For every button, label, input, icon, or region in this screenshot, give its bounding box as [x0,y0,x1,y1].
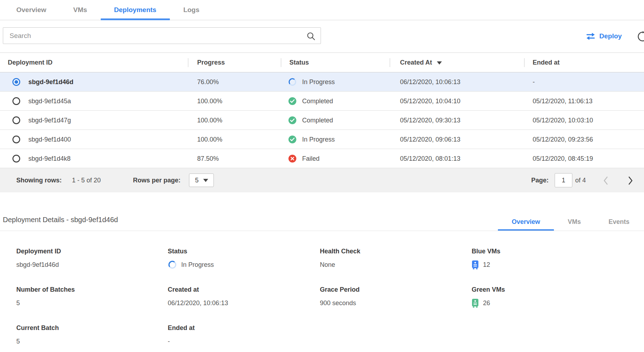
progress-value: 100.00% [197,136,222,143]
radio-unselected[interactable] [12,154,21,163]
column-divider [390,58,390,67]
progress-value: 76.00% [197,78,219,86]
top-tab-bar: Overview VMs Deployments Logs [0,0,644,20]
deploy-button[interactable]: Deploy [586,31,622,41]
column-divider [188,58,188,67]
field-value: None [320,260,360,269]
in-progress-spinner-icon [168,260,177,269]
field-current-batch: Current Batch 5 [16,324,59,346]
status-text: In Progress [302,78,335,86]
page-label: Page: [531,177,549,184]
field-ended-at: Ended at - [168,324,195,346]
vm-count: 12 [483,261,490,269]
created-at-value: 06/12/2020, 10:06:13 [400,78,460,86]
ended-at-value: 05/12/2020, 09:23:56 [533,136,593,143]
rows-per-page-value: 5 [195,177,199,184]
tab-deployments[interactable]: Deployments [101,0,170,20]
column-header-progress[interactable]: Progress [197,53,225,72]
search-input[interactable] [3,28,321,44]
column-header-deployment-id[interactable]: Deployment ID [8,53,52,72]
column-header-created-at[interactable]: Created At [400,53,442,72]
field-blue-vms: Blue VMs 12 [472,248,500,269]
deployment-id: sbgd-9ef1d46d [28,78,73,86]
sort-desc-icon[interactable] [437,61,442,65]
vm-icon-blue [472,260,479,269]
details-divider [0,231,644,231]
deployment-id: sbgd-9ef1d47g [28,116,71,124]
column-header-status[interactable]: Status [289,53,309,72]
table-row[interactable]: sbgd-9ef1d47g 100.00% Completed 05/12/20… [0,111,644,130]
details-tab-events[interactable]: Events [595,213,643,231]
field-label: Green VMs [472,286,505,293]
field-value: 5 [16,298,75,308]
search-icon[interactable] [306,32,316,41]
ended-at-value: 05/12/2020, 08:45:19 [533,155,593,162]
details-tab-vms[interactable]: VMs [554,213,595,231]
details-title: Deployment Details - sbgd-9ef1d46d [3,216,118,224]
status-text: In Progress [181,261,214,269]
field-label: Current Batch [16,324,59,332]
radio-unselected[interactable] [12,135,21,144]
in-progress-spinner-icon [288,77,297,86]
field-label: Blue VMs [472,248,500,255]
table-row[interactable]: sbgd-9ef1d45a 100.00% Completed 05/12/20… [0,92,644,111]
field-label: Grace Period [320,286,360,293]
field-created-at: Created at 06/12/2020, 10:06:13 [168,286,228,308]
deployment-id: sbgd-9ef1d45a [28,97,71,105]
progress-value: 87.50% [197,155,219,162]
swap-arrows-icon [586,33,595,40]
field-value: 26 [472,298,505,308]
created-at-value: 05/12/2020, 09:06:13 [400,136,460,143]
field-number-of-batches: Number of Batches 5 [16,286,75,308]
deployment-id: sbgd-9ef1d4k8 [28,155,71,162]
column-header-ended-at[interactable]: Ended at [533,53,560,72]
radio-selected[interactable] [12,78,21,86]
status-text: Completed [302,97,333,105]
check-circle-icon [288,116,297,125]
chevron-left-icon[interactable] [602,176,609,185]
showing-rows-label: Showing rows: [16,177,62,184]
column-divider [524,58,524,67]
tab-vms[interactable]: VMs [60,0,101,20]
tab-overview[interactable]: Overview [3,0,60,20]
chevron-down-icon [203,179,208,182]
field-label: Created at [168,286,228,293]
field-green-vms: Green VMs 26 [472,286,505,308]
rows-per-page-select[interactable]: 5 [189,174,214,187]
radio-unselected[interactable] [12,116,21,125]
progress-value: 100.00% [197,97,222,105]
chevron-right-icon[interactable] [627,176,634,185]
field-value: 5 [16,337,59,346]
x-circle-icon [288,154,297,163]
vm-count: 26 [483,299,490,307]
check-circle-icon [288,135,297,144]
created-at-value: 05/12/2020, 10:04:10 [400,97,460,105]
refresh-icon[interactable] [637,31,644,42]
status-cell: Completed [288,97,333,105]
page-total: of 4 [575,177,586,184]
table-row[interactable]: sbgd-9ef1d4k8 87.50% Failed 05/12/2020, … [0,149,644,168]
field-value: sbgd-9ef1d46d [16,260,61,269]
table-row[interactable]: sbgd-9ef1d400 100.00% In Progress 05/12/… [0,130,644,149]
status-text: In Progress [302,136,335,143]
field-health-check: Health Check None [320,248,360,269]
showing-rows-value: 1 - 5 of 20 [72,177,101,184]
field-value: 12 [472,260,500,269]
details-tab-overview[interactable]: Overview [498,213,554,231]
page-number-input[interactable] [555,173,572,187]
field-label: Number of Batches [16,286,75,293]
field-label: Ended at [168,324,195,332]
field-value: 06/12/2020, 10:06:13 [168,298,228,308]
status-cell: Completed [288,116,333,125]
created-at-label: Created At [400,59,432,66]
tab-logs[interactable]: Logs [170,0,213,20]
status-cell: Failed [288,154,320,163]
radio-unselected[interactable] [12,97,21,105]
field-label: Status [168,248,214,255]
status-text: Failed [302,155,320,162]
column-divider [281,58,281,67]
table-footer: Showing rows: 1 - 5 of 20 Rows per page:… [0,168,644,192]
status-cell: In Progress [288,135,335,144]
progress-value: 100.00% [197,116,222,124]
table-row[interactable]: sbgd-9ef1d46d 76.00% In Progress 06/12/2… [0,72,644,92]
